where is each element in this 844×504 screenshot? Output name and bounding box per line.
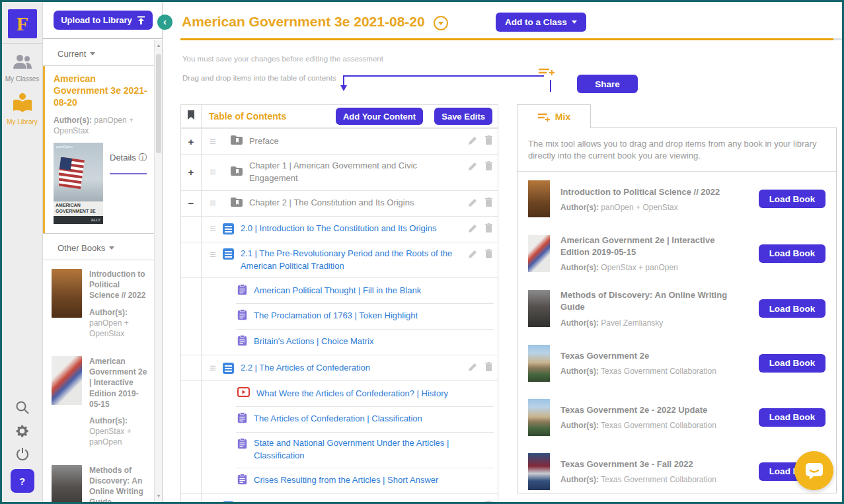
book-authors: Author(s): Pavel Zemliansky (560, 318, 748, 328)
delete-trash-icon[interactable] (485, 362, 492, 374)
toc-item-link[interactable]: The Proclamation of 1763 | Token Highlig… (254, 310, 418, 322)
drag-handle-icon[interactable]: ≡ (210, 501, 216, 503)
library-scrollbar[interactable]: ▲ ▼ (154, 40, 162, 502)
book-thumbnail (528, 290, 550, 327)
toc-item-link[interactable]: 2.1 | The Pre-Revolutionary Period and t… (241, 248, 458, 273)
delete-trash-icon[interactable] (485, 249, 492, 261)
load-book-button[interactable]: Load Book (759, 354, 825, 373)
search-icon[interactable] (15, 400, 30, 415)
caret-down-icon (109, 246, 114, 250)
toc-row-chapter: − ≡ Chapter 2 | The Constitution and Its… (181, 190, 498, 216)
scroll-down-arrow[interactable]: ▼ (155, 491, 163, 501)
assessment-clipboard-icon (237, 412, 247, 426)
expand-toggle[interactable]: + (188, 166, 194, 178)
title-dropdown-button[interactable] (434, 16, 448, 30)
caret-down-icon (90, 52, 95, 55)
authors-value: Texas Government Collaboration (601, 475, 716, 484)
load-book-button[interactable]: Load Book (759, 244, 825, 263)
toc-item-link[interactable]: 2.3 | The Development of the Constitutio… (241, 501, 399, 503)
edit-pencil-icon[interactable] (469, 223, 477, 235)
drag-handle-icon[interactable]: ≡ (210, 223, 216, 234)
delete-trash-icon[interactable] (485, 501, 492, 503)
collapse-toggle[interactable]: − (188, 198, 194, 209)
scroll-up-arrow[interactable]: ▲ (155, 41, 163, 50)
add-your-content-button[interactable]: Add Your Content (336, 108, 423, 125)
library-book-item[interactable]: Methods of Discovery: An Online Writing … (43, 456, 154, 502)
current-book-cover[interactable]: panOpen (54, 143, 103, 224)
toc-item-label[interactable]: Chapter 1 | American Government and Civi… (249, 160, 463, 185)
mix-description: The mix tool allows you to drag and drop… (518, 128, 836, 172)
chat-launcher-button[interactable] (794, 451, 833, 490)
tab-mix[interactable]: Mix (517, 104, 591, 128)
toc-row-assessment: Britain's Actions | Choice Matrix (181, 329, 498, 355)
share-button[interactable]: Share (577, 75, 638, 93)
toc-item-link[interactable]: Britain's Actions | Choice Matrix (254, 336, 373, 348)
people-icon (11, 54, 34, 70)
mix-book-row: Texas Government 2e Author(s): Texas Gov… (518, 336, 836, 390)
toc-header: Table of Contents Add Your Content Save … (181, 105, 498, 128)
toc-item-label[interactable]: Chapter 2 | The Constitution and Its Ori… (249, 197, 414, 209)
current-book-title[interactable]: American Government 3e 2021-08-20 (54, 73, 147, 109)
delete-trash-icon[interactable] (485, 161, 492, 173)
delete-trash-icon[interactable] (485, 135, 492, 147)
other-books-toggle[interactable]: Other Books (43, 233, 154, 260)
drag-handle-icon[interactable]: ≡ (210, 363, 216, 374)
current-book-card[interactable]: American Government 3e 2021-08-20 Author… (43, 66, 154, 233)
book-thumbnail (52, 269, 82, 318)
sidebar-item-my-library[interactable]: My Library (2, 93, 42, 126)
authors-value: OpenStax + panOpen (89, 427, 132, 447)
current-section-label: Current (58, 49, 86, 59)
details-label: Details (110, 153, 136, 162)
save-edits-button[interactable]: Save Edits (434, 108, 492, 125)
rail-bottom-tools: ? (2, 400, 42, 493)
edit-pencil-icon[interactable] (469, 135, 477, 147)
toc-item-link[interactable]: 2.2 | The Articles of Confederation (241, 362, 370, 375)
upload-to-library-button[interactable]: Upload to Library (54, 11, 153, 30)
page-title[interactable]: American Government 3e 2021-08-20 (182, 14, 425, 30)
app-logo[interactable]: F (8, 9, 37, 38)
edit-pencil-icon[interactable] (469, 249, 477, 261)
toc-item-link[interactable]: State and National Government Under the … (254, 437, 478, 462)
drag-handle-icon[interactable]: ≡ (210, 198, 216, 209)
expand-toggle[interactable]: + (188, 136, 194, 147)
drag-handle-icon[interactable]: ≡ (210, 166, 216, 178)
edit-pencil-icon[interactable] (469, 198, 477, 209)
edit-pencil-icon[interactable] (469, 161, 477, 173)
book-thumbnail (528, 180, 550, 217)
add-to-class-button[interactable]: Add to a Class (496, 13, 586, 32)
sidebar-item-my-classes[interactable]: My Classes (2, 54, 42, 83)
library-book-item[interactable]: American Government 2e | Interactive Edi… (43, 347, 154, 456)
power-icon[interactable] (16, 447, 29, 460)
toc-item-link[interactable]: American Political Thought | Fill in the… (254, 285, 421, 297)
help-button[interactable]: ? (11, 469, 34, 493)
drag-handle-icon[interactable]: ≡ (210, 136, 216, 147)
book-title: Methods of Discovery: An Online Writing … (89, 465, 149, 502)
load-book-button[interactable]: Load Book (759, 299, 825, 318)
delete-trash-icon[interactable] (485, 198, 492, 209)
toc-item-link[interactable]: Crises Resulting from the Articles | Sho… (254, 474, 438, 487)
app-logo-letter: F (17, 13, 28, 35)
details-link[interactable]: Details ⓘ (110, 147, 147, 174)
toc-item-link[interactable]: What Were the Articles of Confederation?… (256, 388, 448, 400)
authors-value: Texas Government Collaboration (601, 421, 716, 430)
toc-item-label[interactable]: Preface (249, 135, 279, 148)
scrollbar-thumb[interactable] (156, 54, 161, 153)
cover-brand: panOpen (56, 145, 73, 149)
load-book-button[interactable]: Load Book (759, 408, 825, 427)
toc-item-link[interactable]: The Articles of Confederation | Classifi… (254, 413, 422, 425)
load-book-button[interactable]: Load Book (759, 190, 825, 208)
back-button[interactable]: ‹ (157, 15, 173, 30)
authors-value: Pavel Zemliansky (601, 318, 663, 328)
edit-pencil-icon[interactable] (469, 501, 477, 503)
mix-list-plus-icon (537, 112, 551, 122)
edit-pencil-icon[interactable] (469, 362, 477, 374)
library-panel-header: Upload to Library (43, 2, 162, 39)
delete-trash-icon[interactable] (485, 223, 492, 235)
toc-item-link[interactable]: 2.0 | Introduction to The Constitution a… (241, 223, 437, 235)
current-section-toggle[interactable]: Current (43, 40, 154, 66)
mix-book-row: Texas Government 3e - Fall 2022 Author(s… (518, 445, 836, 493)
library-book-item[interactable]: Introduction to Political Science // 202… (43, 260, 154, 347)
gear-icon[interactable] (15, 423, 30, 439)
drag-handle-icon[interactable]: ≡ (210, 249, 216, 260)
mix-book-row: American Government 2e | Interactive Edi… (518, 226, 836, 281)
